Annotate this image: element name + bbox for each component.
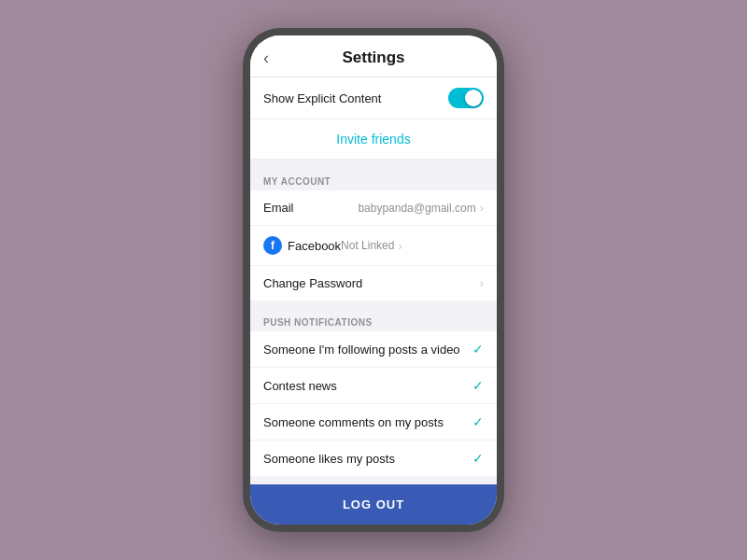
notif-likes-check-icon: ✓	[472, 451, 484, 466]
notif-contest-row[interactable]: Contest news ✓	[250, 368, 497, 404]
spacer-1	[250, 160, 497, 169]
my-account-section: MY ACCOUNT Email babypanda@gmail.com › f…	[250, 169, 497, 301]
notif-following-row[interactable]: Someone I'm following posts a video ✓	[250, 331, 497, 368]
facebook-icon: f	[263, 236, 282, 255]
push-notifications-body: Someone I'm following posts a video ✓ Co…	[250, 331, 497, 476]
email-row[interactable]: Email babypanda@gmail.com ›	[250, 190, 497, 226]
change-password-row[interactable]: Change Password ›	[250, 266, 497, 301]
facebook-label: Facebook	[288, 239, 341, 253]
my-account-body: Email babypanda@gmail.com › f Facebook N…	[250, 190, 497, 301]
explicit-content-row: Show Explicit Content	[250, 77, 497, 119]
notif-likes-row[interactable]: Someone likes my posts ✓	[250, 441, 497, 476]
notif-comments-label: Someone comments on my posts	[263, 415, 472, 429]
spacer-2	[250, 301, 497, 310]
page-title: Settings	[342, 49, 404, 67]
facebook-row[interactable]: f Facebook Not Linked ›	[250, 226, 497, 266]
change-password-chevron-icon: ›	[480, 276, 484, 290]
facebook-chevron-icon: ›	[398, 239, 402, 253]
notif-contest-check-icon: ✓	[472, 378, 484, 393]
email-chevron-icon: ›	[480, 201, 484, 215]
back-button[interactable]: ‹	[263, 49, 269, 68]
facebook-status: Not Linked	[341, 239, 394, 252]
phone-shell: ‹ Settings Show Explicit Content Invite …	[243, 28, 504, 532]
phone-screen: ‹ Settings Show Explicit Content Invite …	[250, 35, 497, 525]
change-password-label: Change Password	[263, 276, 480, 290]
notif-following-label: Someone I'm following posts a video	[263, 343, 472, 357]
app-header: ‹ Settings	[250, 35, 497, 77]
logout-button[interactable]: LOG OUT	[250, 484, 497, 525]
facebook-label-group: f Facebook	[263, 236, 341, 255]
push-notifications-section: PUSH NOTIFICATIONS Someone I'm following…	[250, 310, 497, 476]
my-account-header: MY ACCOUNT	[250, 169, 497, 190]
content-area: Show Explicit Content Invite friends MY …	[250, 77, 497, 484]
email-label: Email	[263, 201, 358, 215]
notif-contest-label: Contest news	[263, 379, 472, 393]
explicit-content-toggle[interactable]	[448, 88, 484, 108]
push-notifications-header: PUSH NOTIFICATIONS	[250, 310, 497, 331]
invite-friends-label: Invite friends	[336, 132, 410, 147]
notif-comments-check-icon: ✓	[472, 414, 484, 429]
notif-following-check-icon: ✓	[472, 342, 484, 357]
invite-friends-row[interactable]: Invite friends	[250, 119, 497, 160]
notif-likes-label: Someone likes my posts	[263, 452, 472, 466]
notif-comments-row[interactable]: Someone comments on my posts ✓	[250, 404, 497, 441]
email-value: babypanda@gmail.com	[358, 202, 475, 215]
toggle-thumb	[465, 90, 482, 106]
spacer-3	[250, 476, 497, 484]
explicit-content-label: Show Explicit Content	[263, 91, 448, 105]
